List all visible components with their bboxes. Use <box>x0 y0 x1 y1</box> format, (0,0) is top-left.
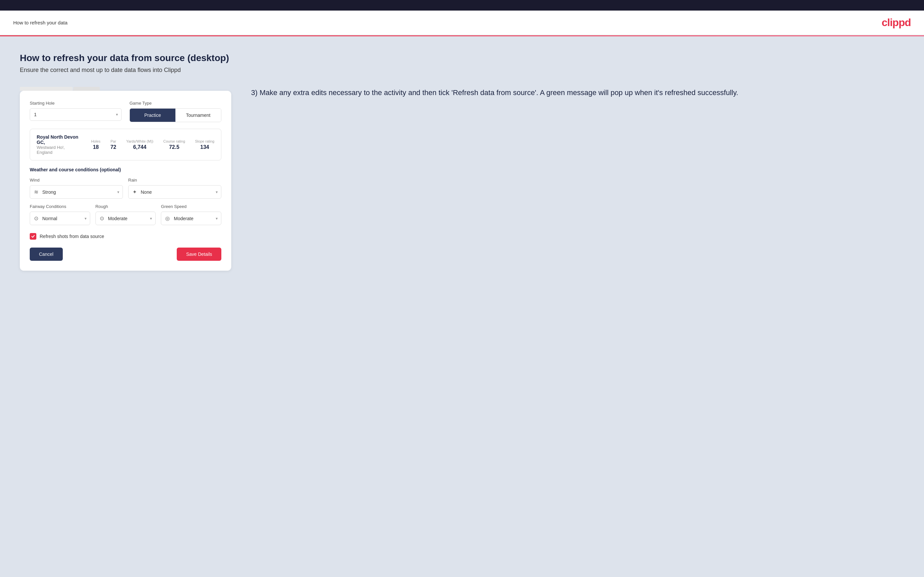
game-type-buttons: Practice Tournament <box>129 108 221 122</box>
slope-rating-label: Slope rating <box>195 139 215 143</box>
logo: clippd <box>882 16 911 29</box>
fairway-select[interactable]: ⊙ Normal ▾ <box>30 211 90 225</box>
practice-button[interactable]: Practice <box>130 109 175 122</box>
rough-display: ⊙ Moderate <box>96 212 156 225</box>
rain-icon: ✦ <box>132 189 137 195</box>
par-label: Par <box>110 139 116 143</box>
green-speed-label: Green Speed <box>161 204 221 209</box>
slope-rating-stat: Slope rating 134 <box>195 139 215 150</box>
cancel-button[interactable]: Cancel <box>30 248 63 261</box>
fairway-rough-green-row: Fairway Conditions ⊙ Normal ▾ Rough <box>30 204 221 225</box>
page-subtitle: Ensure the correct and most up to date d… <box>20 67 904 74</box>
tournament-button[interactable]: Tournament <box>175 109 221 122</box>
course-info: Royal North Devon GC, Westward Ho!, Engl… <box>37 134 81 155</box>
game-type-label: Game Type <box>129 101 221 106</box>
starting-hole-display: 1 <box>30 109 121 121</box>
holes-stat: Holes 18 <box>91 139 100 150</box>
weather-section: Weather and course conditions (optional)… <box>30 167 221 225</box>
green-speed-icon: ◎ <box>165 215 170 221</box>
rain-select[interactable]: ✦ None ▾ <box>128 185 221 199</box>
refresh-checkbox-row: Refresh shots from data source <box>30 233 221 240</box>
course-name: Royal North Devon GC, <box>37 134 81 145</box>
course-rating-stat: Course rating 72.5 <box>163 139 185 150</box>
starting-hole-select[interactable]: 1 ▾ <box>30 108 121 121</box>
yards-value: 6,744 <box>126 144 153 150</box>
header-title: How to refresh your data <box>13 20 68 26</box>
refresh-label: Refresh shots from data source <box>40 234 104 239</box>
rough-label: Rough <box>95 204 156 209</box>
starting-hole-group: Starting Hole 1 ▾ <box>30 101 121 122</box>
fairway-group: Fairway Conditions ⊙ Normal ▾ <box>30 204 90 225</box>
top-bar <box>0 0 924 11</box>
fairway-display: ⊙ Normal <box>30 212 90 225</box>
stub-tab-2 <box>73 87 100 91</box>
rough-icon: ⊙ <box>100 215 104 221</box>
holes-value: 18 <box>91 144 100 150</box>
wind-icon: ≋ <box>34 189 38 195</box>
side-text: 3) Make any extra edits necessary to the… <box>251 87 904 98</box>
save-button[interactable]: Save Details <box>177 248 221 261</box>
par-value: 72 <box>110 144 116 150</box>
starting-hole-label: Starting Hole <box>30 101 121 106</box>
game-type-group: Game Type Practice Tournament <box>129 101 221 122</box>
green-speed-select[interactable]: ◎ Moderate ▾ <box>161 211 221 225</box>
holes-label: Holes <box>91 139 100 143</box>
fairway-icon: ⊙ <box>34 215 38 221</box>
course-row: Royal North Devon GC, Westward Ho!, Engl… <box>30 129 221 160</box>
course-rating-label: Course rating <box>163 139 185 143</box>
form-card: Starting Hole 1 ▾ Game Type Practice T <box>20 91 231 271</box>
wind-rain-row: Wind ≋ Strong ▾ Rain <box>30 177 221 199</box>
main-content: How to refresh your data from source (de… <box>0 36 924 577</box>
weather-section-title: Weather and course conditions (optional) <box>30 167 221 172</box>
course-rating-value: 72.5 <box>163 144 185 150</box>
wind-label: Wind <box>30 177 123 182</box>
rain-label: Rain <box>128 177 221 182</box>
course-location: Westward Ho!, England <box>37 145 81 155</box>
green-speed-display: ◎ Moderate <box>161 212 221 225</box>
card-stub-tabs <box>20 87 231 91</box>
button-row: Cancel Save Details <box>30 248 221 261</box>
green-speed-group: Green Speed ◎ Moderate ▾ <box>161 204 221 225</box>
header: How to refresh your data clippd <box>0 11 924 35</box>
content-area: Starting Hole 1 ▾ Game Type Practice T <box>20 87 904 271</box>
yards-stat: Yards/White (M)) 6,744 <box>126 139 153 150</box>
par-stat: Par 72 <box>110 139 116 150</box>
stub-tab-1 <box>20 87 73 91</box>
slope-rating-value: 134 <box>195 144 215 150</box>
rough-select[interactable]: ⊙ Moderate ▾ <box>95 211 156 225</box>
refresh-checkbox[interactable] <box>30 233 36 240</box>
fairway-label: Fairway Conditions <box>30 204 90 209</box>
rough-group: Rough ⊙ Moderate ▾ <box>95 204 156 225</box>
rain-display: ✦ None <box>129 185 221 198</box>
page-title: How to refresh your data from source (de… <box>20 53 904 63</box>
wind-select[interactable]: ≋ Strong ▾ <box>30 185 123 199</box>
form-card-wrapper: Starting Hole 1 ▾ Game Type Practice T <box>20 87 231 271</box>
yards-label: Yards/White (M)) <box>126 139 153 143</box>
form-row-top: Starting Hole 1 ▾ Game Type Practice T <box>30 101 221 122</box>
side-text-content: 3) Make any extra edits necessary to the… <box>251 87 904 98</box>
wind-display: ≋ Strong <box>30 185 123 198</box>
wind-group: Wind ≋ Strong ▾ <box>30 177 123 199</box>
rain-group: Rain ✦ None ▾ <box>128 177 221 199</box>
